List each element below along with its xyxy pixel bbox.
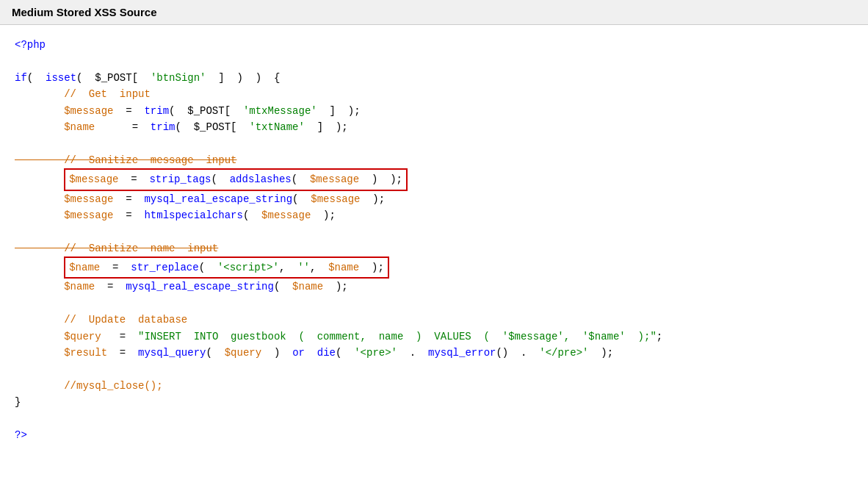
- code-text: );: [588, 345, 613, 361]
- code-text: $message: [310, 173, 359, 185]
- code-text: 'mtxMessage': [243, 103, 317, 119]
- code-text: // Get input: [15, 86, 151, 102]
- code-text: ( $_POST[: [175, 119, 249, 135]
- code-text: ,: [279, 262, 297, 273]
- code-text: ;: [657, 329, 662, 345]
- code-text: <?php: [15, 37, 46, 53]
- code-text: ( $_POST[: [169, 103, 243, 119]
- code-line-14: $name = str_replace( '<script>', '', $na…: [15, 256, 853, 279]
- code-line-5: $message = trim( $_POST[ 'mtxMessage' ] …: [15, 103, 853, 119]
- code-line-24: ?>: [15, 427, 853, 443]
- highlighted-code-message: $message = strip_tags( addslashes( $mess…: [64, 168, 408, 190]
- code-text: [15, 259, 64, 276]
- code-line-10: $message = mysql_real_escape_string( $me…: [15, 191, 853, 207]
- code-line-15: $name = mysql_real_escape_string( $name …: [15, 279, 853, 295]
- code-text: 'txtName': [249, 119, 305, 135]
- code-text: str_replace: [131, 262, 198, 273]
- code-text: ?>: [15, 427, 27, 443]
- code-text: '</pre>': [539, 345, 588, 361]
- code-container: <?php if( isset( $_POST[ 'btnSign' ] ) )…: [0, 25, 868, 455]
- code-text: 'btnSign': [151, 70, 206, 86]
- code-line-22: }: [15, 394, 853, 410]
- page-title: Medium Stored XSS Source: [0, 0, 868, 25]
- code-text: ] ) ) {: [206, 70, 281, 86]
- code-line-6: $name = trim( $_POST[ 'txtName' ] );: [15, 119, 853, 135]
- code-text: [15, 191, 64, 207]
- code-text: (: [206, 345, 224, 361]
- code-text: // Sanitize name input: [15, 240, 218, 256]
- code-text: =: [107, 345, 138, 361]
- code-text: () .: [496, 345, 539, 361]
- code-line-19: $result = mysql_query( $query ) or die( …: [15, 345, 853, 361]
- code-text: =: [101, 329, 138, 345]
- code-text: (: [292, 173, 310, 185]
- code-text: trim: [144, 103, 169, 119]
- code-text: $name: [64, 279, 95, 295]
- code-text: $query: [225, 345, 261, 361]
- code-text: mysql_real_escape_string: [126, 279, 274, 295]
- code-text: $name: [64, 119, 95, 135]
- code-line-23: [15, 411, 853, 427]
- code-text: [15, 171, 64, 187]
- code-text: trim: [151, 119, 176, 135]
- code-text: =: [113, 207, 144, 223]
- title-text: Medium Stored XSS Source: [12, 6, 157, 18]
- code-text: $message: [64, 191, 113, 207]
- code-text: mysql_query: [138, 345, 206, 361]
- code-text: =: [95, 279, 126, 295]
- code-text: isset: [46, 70, 76, 86]
- code-line-17: // Update database: [15, 312, 853, 328]
- code-text: ,: [310, 262, 328, 273]
- code-text: '': [297, 262, 310, 273]
- code-text: '<script>': [217, 262, 279, 273]
- code-line-4: // Get input: [15, 86, 853, 102]
- code-line-18: $query = "INSERT INTO guestbook ( commen…: [15, 329, 853, 345]
- code-text: $query: [64, 329, 101, 345]
- code-line-9: $message = strip_tags( addslashes( $mess…: [15, 168, 853, 190]
- code-text: [15, 119, 64, 135]
- code-text: $message: [311, 191, 360, 207]
- code-line-12: [15, 223, 853, 240]
- code-text: addslashes: [230, 173, 292, 185]
- code-text: );: [323, 279, 348, 295]
- code-text: '<pre>': [354, 345, 397, 361]
- code-line-20: [15, 361, 853, 377]
- code-text: or: [292, 345, 305, 361]
- code-text: $name: [292, 279, 323, 295]
- code-line-21: //mysql_close();: [15, 378, 853, 394]
- code-text: }: [15, 394, 21, 410]
- code-text: mysql_real_escape_string: [144, 191, 292, 207]
- code-text: (: [243, 207, 261, 223]
- code-text: );: [359, 262, 384, 273]
- code-text: [305, 345, 317, 361]
- code-text: =: [100, 262, 131, 273]
- code-text: //mysql_close();: [15, 378, 163, 394]
- code-text: $message: [64, 103, 113, 119]
- code-text: htmlspecialchars: [144, 207, 242, 223]
- code-text: ] );: [305, 119, 348, 135]
- code-text: $message: [69, 173, 118, 185]
- code-line-2: [15, 53, 853, 69]
- code-line-16: [15, 295, 853, 312]
- code-text: ): [261, 345, 292, 361]
- code-text: (: [336, 345, 354, 361]
- code-text: die: [317, 345, 336, 361]
- code-text: [15, 279, 64, 295]
- code-text: (: [274, 279, 292, 295]
- code-text: $message: [261, 207, 311, 223]
- code-line-1: <?php: [15, 37, 853, 53]
- code-text: [15, 103, 64, 119]
- code-text: [15, 345, 64, 361]
- code-text: ] );: [317, 103, 361, 119]
- code-line-3: if( isset( $_POST[ 'btnSign' ] ) ) {: [15, 70, 853, 86]
- code-line-7: [15, 135, 853, 151]
- code-text: // Sanitize message input: [15, 152, 236, 168]
- code-text: .: [397, 345, 428, 361]
- code-text: $name: [328, 262, 359, 273]
- highlighted-code-name: $name = str_replace( '<script>', '', $na…: [64, 256, 389, 279]
- code-text: if: [15, 70, 27, 86]
- code-text: mysql_error: [428, 345, 496, 361]
- code-text: =: [113, 191, 144, 207]
- code-text: (: [211, 173, 229, 185]
- code-text: strip_tags: [149, 173, 211, 185]
